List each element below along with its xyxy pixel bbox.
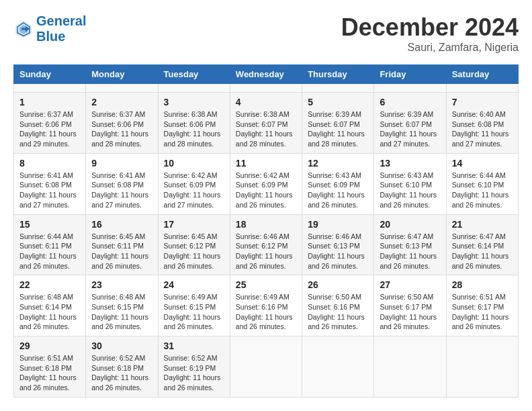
calendar-cell: 12Sunrise: 6:43 AMSunset: 6:09 PMDayligh… bbox=[302, 153, 374, 214]
calendar-cell bbox=[374, 336, 446, 398]
day-info: Sunrise: 6:37 AMSunset: 6:06 PMDaylight:… bbox=[91, 109, 152, 149]
day-number: 6 bbox=[380, 97, 440, 107]
day-number: 8 bbox=[19, 158, 80, 169]
calendar-cell: 23Sunrise: 6:48 AMSunset: 6:15 PMDayligh… bbox=[86, 275, 158, 336]
calendar-week-6: 29Sunrise: 6:51 AMSunset: 6:18 PMDayligh… bbox=[14, 336, 519, 398]
column-header-sunday: Sunday bbox=[14, 65, 86, 84]
day-number: 22 bbox=[19, 279, 80, 290]
column-header-saturday: Saturday bbox=[446, 65, 518, 84]
calendar-cell bbox=[374, 84, 446, 93]
day-info: Sunrise: 6:48 AMSunset: 6:15 PMDaylight:… bbox=[91, 292, 152, 332]
day-number: 20 bbox=[380, 219, 440, 230]
day-number: 3 bbox=[164, 97, 224, 107]
calendar-cell: 2Sunrise: 6:37 AMSunset: 6:06 PMDaylight… bbox=[86, 93, 158, 154]
column-header-tuesday: Tuesday bbox=[158, 65, 230, 84]
day-info: Sunrise: 6:46 AMSunset: 6:13 PMDaylight:… bbox=[308, 232, 368, 271]
calendar-week-4: 15Sunrise: 6:44 AMSunset: 6:11 PMDayligh… bbox=[14, 214, 519, 275]
day-number: 28 bbox=[452, 279, 513, 290]
day-number: 30 bbox=[91, 340, 152, 351]
day-number: 27 bbox=[380, 279, 440, 290]
day-info: Sunrise: 6:45 AMSunset: 6:11 PMDaylight:… bbox=[91, 232, 152, 271]
calendar-cell: 8Sunrise: 6:41 AMSunset: 6:08 PMDaylight… bbox=[14, 153, 86, 214]
day-number: 12 bbox=[308, 158, 368, 169]
day-number: 23 bbox=[91, 279, 152, 290]
day-number: 16 bbox=[91, 219, 152, 230]
day-info: Sunrise: 6:50 AMSunset: 6:17 PMDaylight:… bbox=[380, 292, 440, 332]
day-info: Sunrise: 6:42 AMSunset: 6:09 PMDaylight:… bbox=[236, 171, 296, 210]
location: Sauri, Zamfara, Nigeria bbox=[341, 42, 519, 54]
day-info: Sunrise: 6:39 AMSunset: 6:07 PMDaylight:… bbox=[308, 109, 368, 149]
day-info: Sunrise: 6:43 AMSunset: 6:10 PMDaylight:… bbox=[380, 171, 440, 210]
day-info: Sunrise: 6:41 AMSunset: 6:08 PMDaylight:… bbox=[91, 171, 152, 210]
month-title: December 2024 bbox=[341, 13, 519, 42]
column-header-friday: Friday bbox=[374, 65, 446, 84]
column-header-monday: Monday bbox=[86, 65, 158, 84]
calendar-cell: 31Sunrise: 6:52 AMSunset: 6:19 PMDayligh… bbox=[158, 336, 230, 398]
day-number: 21 bbox=[452, 219, 513, 230]
day-info: Sunrise: 6:38 AMSunset: 6:07 PMDaylight:… bbox=[236, 109, 296, 149]
day-number: 5 bbox=[308, 97, 368, 107]
column-header-thursday: Thursday bbox=[302, 65, 374, 84]
calendar-cell bbox=[86, 84, 158, 93]
day-info: Sunrise: 6:37 AMSunset: 6:06 PMDaylight:… bbox=[19, 109, 80, 149]
calendar-cell bbox=[302, 84, 374, 93]
calendar-week-5: 22Sunrise: 6:48 AMSunset: 6:14 PMDayligh… bbox=[14, 275, 519, 336]
day-info: Sunrise: 6:41 AMSunset: 6:08 PMDaylight:… bbox=[19, 171, 80, 210]
calendar-cell: 26Sunrise: 6:50 AMSunset: 6:16 PMDayligh… bbox=[302, 275, 374, 336]
day-info: Sunrise: 6:50 AMSunset: 6:16 PMDaylight:… bbox=[308, 292, 368, 332]
logo-blue: Blue bbox=[36, 29, 86, 44]
calendar-cell: 13Sunrise: 6:43 AMSunset: 6:10 PMDayligh… bbox=[374, 153, 446, 214]
day-info: Sunrise: 6:44 AMSunset: 6:10 PMDaylight:… bbox=[452, 171, 513, 210]
logo-icon bbox=[13, 19, 34, 39]
calendar-cell: 5Sunrise: 6:39 AMSunset: 6:07 PMDaylight… bbox=[302, 93, 374, 154]
calendar-week-1 bbox=[14, 84, 519, 93]
day-info: Sunrise: 6:40 AMSunset: 6:08 PMDaylight:… bbox=[452, 109, 513, 149]
day-number: 9 bbox=[91, 158, 152, 169]
day-number: 31 bbox=[164, 340, 224, 351]
page-header: General Blue December 2024 Sauri, Zamfar… bbox=[13, 13, 519, 54]
day-number: 7 bbox=[452, 97, 513, 107]
calendar-cell bbox=[302, 336, 374, 398]
calendar-week-2: 1Sunrise: 6:37 AMSunset: 6:06 PMDaylight… bbox=[14, 93, 519, 154]
calendar-cell: 15Sunrise: 6:44 AMSunset: 6:11 PMDayligh… bbox=[14, 214, 86, 275]
day-info: Sunrise: 6:46 AMSunset: 6:12 PMDaylight:… bbox=[236, 232, 296, 271]
day-info: Sunrise: 6:51 AMSunset: 6:18 PMDaylight:… bbox=[19, 353, 80, 393]
calendar-cell bbox=[446, 84, 518, 93]
day-number: 17 bbox=[164, 219, 224, 230]
day-info: Sunrise: 6:44 AMSunset: 6:11 PMDaylight:… bbox=[19, 232, 80, 271]
day-info: Sunrise: 6:43 AMSunset: 6:09 PMDaylight:… bbox=[308, 171, 368, 210]
day-number: 13 bbox=[380, 158, 440, 169]
calendar-cell bbox=[158, 84, 230, 93]
calendar-cell: 11Sunrise: 6:42 AMSunset: 6:09 PMDayligh… bbox=[230, 153, 302, 214]
calendar-cell: 17Sunrise: 6:45 AMSunset: 6:12 PMDayligh… bbox=[158, 214, 230, 275]
calendar-cell bbox=[446, 336, 518, 398]
calendar-cell: 30Sunrise: 6:52 AMSunset: 6:18 PMDayligh… bbox=[86, 336, 158, 398]
day-number: 2 bbox=[91, 97, 152, 107]
day-number: 14 bbox=[452, 158, 513, 169]
calendar-cell: 4Sunrise: 6:38 AMSunset: 6:07 PMDaylight… bbox=[230, 93, 302, 154]
logo: General Blue bbox=[13, 13, 86, 44]
day-info: Sunrise: 6:42 AMSunset: 6:09 PMDaylight:… bbox=[164, 171, 224, 210]
calendar-cell: 21Sunrise: 6:47 AMSunset: 6:14 PMDayligh… bbox=[446, 214, 518, 275]
calendar-cell: 20Sunrise: 6:47 AMSunset: 6:13 PMDayligh… bbox=[374, 214, 446, 275]
day-info: Sunrise: 6:47 AMSunset: 6:13 PMDaylight:… bbox=[380, 232, 440, 271]
day-info: Sunrise: 6:49 AMSunset: 6:16 PMDaylight:… bbox=[236, 292, 296, 332]
day-info: Sunrise: 6:51 AMSunset: 6:17 PMDaylight:… bbox=[452, 292, 513, 332]
day-number: 1 bbox=[19, 97, 80, 107]
day-info: Sunrise: 6:45 AMSunset: 6:12 PMDaylight:… bbox=[164, 232, 224, 271]
calendar-cell bbox=[230, 84, 302, 93]
calendar-cell: 6Sunrise: 6:39 AMSunset: 6:07 PMDaylight… bbox=[374, 93, 446, 154]
calendar-week-3: 8Sunrise: 6:41 AMSunset: 6:08 PMDaylight… bbox=[14, 153, 519, 214]
day-info: Sunrise: 6:47 AMSunset: 6:14 PMDaylight:… bbox=[452, 232, 513, 271]
day-number: 26 bbox=[308, 279, 368, 290]
calendar-cell: 27Sunrise: 6:50 AMSunset: 6:17 PMDayligh… bbox=[374, 275, 446, 336]
day-info: Sunrise: 6:39 AMSunset: 6:07 PMDaylight:… bbox=[380, 109, 440, 149]
calendar-cell bbox=[14, 84, 86, 93]
day-number: 29 bbox=[19, 340, 80, 351]
calendar-cell: 3Sunrise: 6:38 AMSunset: 6:06 PMDaylight… bbox=[158, 93, 230, 154]
calendar-cell: 14Sunrise: 6:44 AMSunset: 6:10 PMDayligh… bbox=[446, 153, 518, 214]
calendar-cell: 16Sunrise: 6:45 AMSunset: 6:11 PMDayligh… bbox=[86, 214, 158, 275]
day-number: 24 bbox=[164, 279, 224, 290]
day-number: 15 bbox=[19, 219, 80, 230]
column-header-wednesday: Wednesday bbox=[230, 65, 302, 84]
